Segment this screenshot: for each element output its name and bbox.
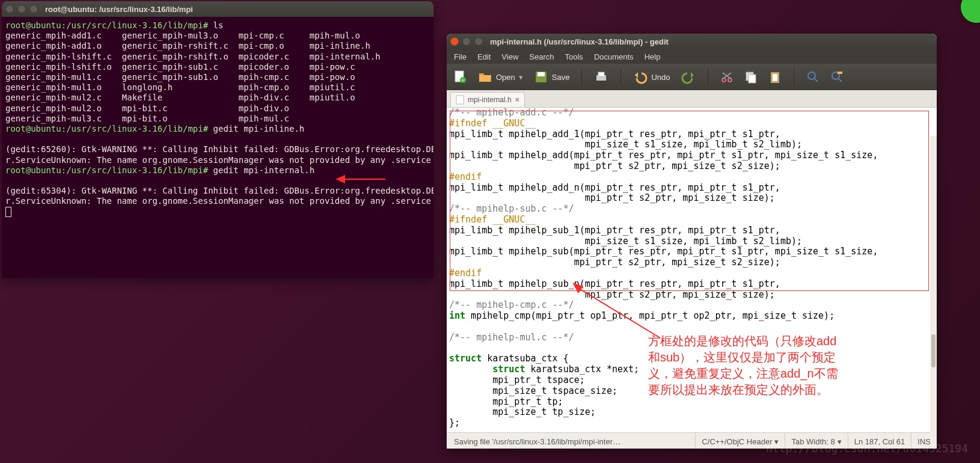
undo-button[interactable]: Undo xyxy=(633,70,670,84)
svg-rect-16 xyxy=(456,96,464,104)
svg-rect-6 xyxy=(598,72,604,76)
new-file-icon: + xyxy=(453,70,467,84)
menu-search[interactable]: Search xyxy=(524,51,559,63)
menu-help[interactable]: Help xyxy=(640,51,666,63)
minimize-icon[interactable] xyxy=(462,37,471,46)
gedit-title: mpi-internal.h (/usr/src/linux-3.16/lib/… xyxy=(490,37,669,46)
terminal-title: root@ubuntu: /usr/src/linux-3.16/lib/mpi xyxy=(45,5,193,14)
undo-label: Undo xyxy=(651,73,670,82)
tab-label: mpi-internal.h xyxy=(468,96,512,104)
status-saving: Saving file '/usr/src/linux-3.16/lib/mpi… xyxy=(447,437,695,446)
redo-button[interactable] xyxy=(681,70,696,84)
open-label: Open xyxy=(496,73,515,82)
printer-icon xyxy=(594,70,608,84)
tab-close-icon[interactable]: × xyxy=(515,96,519,104)
svg-rect-10 xyxy=(749,75,756,83)
maximize-icon[interactable] xyxy=(474,37,483,46)
clipboard-icon xyxy=(768,70,782,84)
save-button[interactable]: Save xyxy=(534,70,570,84)
save-icon xyxy=(534,70,548,84)
svg-rect-12 xyxy=(773,74,777,81)
minimize-icon[interactable] xyxy=(17,5,26,13)
annotation-text: 方框处的是修改的代码（只修改add和sub），这里仅仅是加了两个预定义，避免重复… xyxy=(648,333,841,398)
open-button[interactable]: Open ▾ xyxy=(478,70,523,84)
tab-mpi-internal[interactable]: mpi-internal.h × xyxy=(450,92,525,107)
terminal-body[interactable]: root@ubuntu:/usr/src/linux-3.16/lib/mpi#… xyxy=(2,17,433,219)
undo-icon xyxy=(633,70,648,84)
menu-view[interactable]: View xyxy=(497,51,523,63)
separator xyxy=(794,69,794,85)
search-icon xyxy=(806,70,819,84)
close-icon[interactable] xyxy=(5,5,14,13)
scrollbar[interactable] xyxy=(930,136,937,449)
svg-rect-4 xyxy=(537,72,545,76)
separator xyxy=(581,69,582,85)
gedit-menubar: File Edit View Search Tools Documents He… xyxy=(447,49,937,64)
folder-open-icon xyxy=(478,70,492,84)
copy-button[interactable] xyxy=(744,70,758,84)
paste-button[interactable] xyxy=(768,70,782,84)
new-file-button[interactable]: + xyxy=(453,70,467,84)
close-icon[interactable] xyxy=(450,37,459,46)
terminal-window: root@ubuntu: /usr/src/linux-3.16/lib/mpi… xyxy=(2,1,433,278)
gedit-titlebar[interactable]: mpi-internal.h (/usr/src/linux-3.16/lib/… xyxy=(447,34,937,49)
print-button[interactable] xyxy=(594,70,608,84)
svg-point-7 xyxy=(722,78,726,82)
menu-tools[interactable]: Tools xyxy=(560,51,588,63)
file-icon xyxy=(456,95,464,105)
gedit-toolbar: + Open ▾ Save Undo xyxy=(447,64,937,90)
cut-button[interactable] xyxy=(720,70,733,84)
separator xyxy=(620,69,621,85)
menu-edit[interactable]: Edit xyxy=(473,51,495,63)
gedit-tabs: mpi-internal.h × xyxy=(447,90,937,108)
watermark: http://blog.csdn.net/u014525194 xyxy=(766,442,968,455)
redo-icon xyxy=(681,70,696,84)
chevron-down-icon[interactable]: ▾ xyxy=(519,73,523,82)
svg-point-13 xyxy=(808,72,815,79)
replace-button[interactable] xyxy=(830,70,844,84)
svg-rect-15 xyxy=(838,72,842,74)
save-label: Save xyxy=(552,73,570,82)
separator xyxy=(708,69,708,85)
copy-icon xyxy=(744,70,758,84)
terminal-titlebar[interactable]: root@ubuntu: /usr/src/linux-3.16/lib/mpi xyxy=(2,1,433,17)
scrollbar-thumb[interactable] xyxy=(931,334,936,367)
maximize-icon[interactable] xyxy=(29,5,38,13)
svg-text:+: + xyxy=(462,78,465,83)
coverage-bubble xyxy=(961,0,980,23)
menu-file[interactable]: File xyxy=(449,51,471,63)
menu-documents[interactable]: Documents xyxy=(589,51,639,63)
scissors-icon xyxy=(720,70,733,84)
find-button[interactable] xyxy=(806,70,819,84)
svg-point-8 xyxy=(728,78,732,82)
find-replace-icon xyxy=(830,70,844,84)
